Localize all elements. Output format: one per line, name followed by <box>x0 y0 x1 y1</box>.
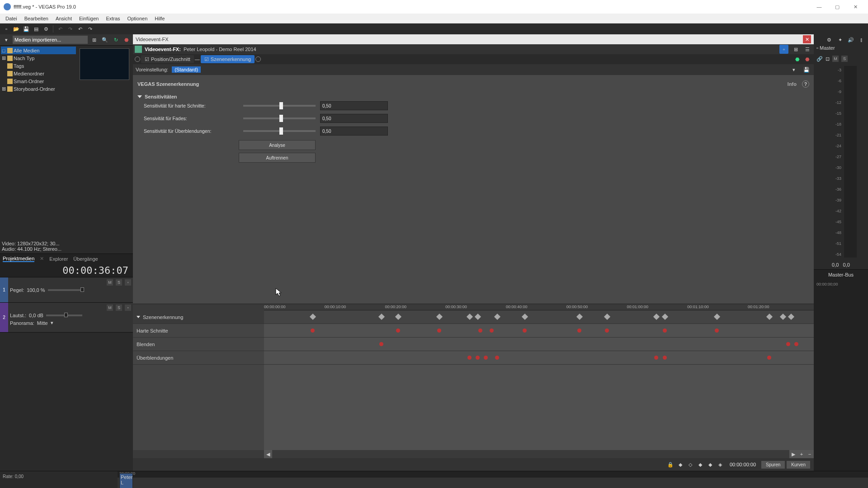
redo-icon[interactable]: ↷ <box>85 24 94 33</box>
tree-all-media[interactable]: □Alle Medien <box>1 47 76 54</box>
pan-dropdown-icon[interactable]: ▾ <box>51 320 53 326</box>
scene-row-all[interactable]: Szenenerkennung <box>133 310 264 324</box>
close-button[interactable]: ✕ <box>846 0 864 14</box>
tree-smart-folder[interactable]: Smart-Ordner <box>1 77 76 85</box>
view-toggle-icon[interactable]: ⊞ <box>90 35 99 44</box>
preset-value[interactable]: (Standard) <box>172 66 201 73</box>
fx-window-titlebar[interactable]: Videoevent-FX ✕ <box>133 34 814 44</box>
scene-markers-blend[interactable] <box>264 338 814 351</box>
split-button[interactable]: Auftrennen <box>239 153 316 163</box>
preset-dropdown-icon[interactable]: ▾ <box>789 65 798 74</box>
analyse-button[interactable]: Analyse <box>239 140 316 150</box>
scene-marker-diamond[interactable] <box>378 314 385 320</box>
refresh-icon[interactable]: ↻ <box>111 35 120 44</box>
chain-scene-detect[interactable]: ☑Szenenerkennung <box>201 55 255 63</box>
scene-marker-dot[interactable] <box>478 328 482 333</box>
fx-view-icon[interactable]: ⊞ <box>791 45 800 54</box>
open-icon[interactable]: 📂 <box>12 24 21 33</box>
track-1-level-slider[interactable] <box>48 289 84 291</box>
zoom-in-icon[interactable]: + <box>797 450 806 458</box>
scene-marker-diamond[interactable] <box>653 314 660 320</box>
render-icon[interactable]: ▤ <box>32 24 41 33</box>
master-sliders-icon[interactable]: ⫿ <box>857 35 866 44</box>
key-del-icon[interactable]: ◇ <box>686 460 694 469</box>
fx-bypass-icon[interactable]: ▫ <box>779 45 788 54</box>
scene-ruler[interactable]: 00:00:00:0000:00:10:0000:00:20:0000:00:3… <box>264 304 814 310</box>
scene-marker-dot[interactable] <box>495 356 499 360</box>
key-prev-icon[interactable]: ◆ <box>676 460 684 469</box>
kurven-button[interactable]: Kurven <box>787 461 810 469</box>
scene-row-dissolves[interactable]: Überblendungen <box>133 351 264 365</box>
scene-marker-dot[interactable] <box>476 356 480 360</box>
scene-marker-dot[interactable] <box>767 356 771 360</box>
scene-marker-diamond[interactable] <box>766 314 773 320</box>
track-2-solo[interactable]: S <box>116 305 122 311</box>
scene-marker-dot[interactable] <box>605 328 609 333</box>
lock-icon[interactable]: 🔒 <box>666 460 675 469</box>
timeline-tracks[interactable]: 00:00:00 Peter L Peter L <box>118 471 868 488</box>
scene-marker-dot[interactable] <box>437 328 441 333</box>
new-icon[interactable]: ▫ <box>2 24 11 33</box>
key-add-icon[interactable]: ◆ <box>696 460 704 469</box>
track-2-header[interactable]: 2 M S ▫ Lautst.: 0,0 dB Panorama: Mitte <box>0 303 133 333</box>
slider-fades[interactable] <box>243 117 316 119</box>
scene-marker-diamond[interactable] <box>604 314 610 320</box>
tag-icon[interactable]: ⬣ <box>122 35 131 44</box>
tree-media-folder[interactable]: Medienordner <box>1 70 76 77</box>
chain-position-crop[interactable]: ☑Position/Zuschnitt <box>141 55 194 63</box>
tab-explorer[interactable]: Explorer <box>49 256 68 262</box>
menu-insert[interactable]: Einfügen <box>75 15 102 22</box>
scene-scrollbar[interactable]: ◀ ▶ + − <box>133 450 814 458</box>
scene-marker-dot[interactable] <box>311 328 315 333</box>
timeline-ruler[interactable]: 00:00:00 <box>118 471 868 478</box>
scene-marker-diamond[interactable] <box>310 314 316 320</box>
tab-transitions[interactable]: Übergänge <box>73 256 98 262</box>
maximize-button[interactable]: ▢ <box>828 0 846 14</box>
save-icon[interactable]: 💾 <box>22 24 31 33</box>
scene-marker-diamond[interactable] <box>395 314 401 320</box>
master-link-icon[interactable]: 🔗 <box>816 56 823 62</box>
input-fades[interactable] <box>320 114 388 123</box>
menu-help[interactable]: Hilfe <box>151 15 168 22</box>
scene-marker-dot[interactable] <box>379 342 383 346</box>
help-icon[interactable]: ? <box>802 80 809 88</box>
scene-marker-dot[interactable] <box>484 356 488 360</box>
section-sensitivities[interactable]: Sensitivitäten <box>137 94 809 99</box>
info-link[interactable]: Info <box>788 81 797 87</box>
scroll-right-icon[interactable]: ▶ <box>789 450 797 458</box>
menu-view[interactable]: Ansicht <box>52 15 75 22</box>
track-2-fx[interactable]: ▫ <box>125 305 131 311</box>
scene-marker-dot[interactable] <box>396 328 400 333</box>
video-clip[interactable]: Peter L <box>119 473 133 488</box>
track-1-mute[interactable]: M <box>107 279 113 286</box>
scene-marker-dot[interactable] <box>663 356 667 360</box>
menu-file[interactable]: Datei <box>2 15 21 22</box>
menu-edit[interactable]: Bearbeiten <box>21 15 52 22</box>
input-dissolves[interactable] <box>320 127 388 136</box>
scene-marker-diamond[interactable] <box>494 314 500 320</box>
master-bus-tab[interactable]: Master-Bus <box>814 269 868 279</box>
slider-hard-cuts[interactable] <box>243 105 316 107</box>
scene-marker-dot[interactable] <box>654 356 658 360</box>
scene-marker-diamond[interactable] <box>780 314 786 320</box>
scene-markers-uber[interactable] <box>264 351 814 365</box>
fx-list-icon[interactable]: ☰ <box>803 45 812 54</box>
scene-marker-diamond[interactable] <box>436 314 443 320</box>
fx-small-icon[interactable]: ▫ <box>816 45 818 51</box>
tree-tags[interactable]: Tags <box>1 62 76 70</box>
scene-marker-diamond[interactable] <box>576 314 583 320</box>
tab-close-icon[interactable]: ✕ <box>40 256 44 262</box>
master-gear-icon[interactable]: ⚙ <box>825 35 834 44</box>
zoom-out-icon[interactable]: − <box>806 450 814 458</box>
scene-marker-dot[interactable] <box>715 328 719 333</box>
import-media-field[interactable] <box>13 36 88 44</box>
preset-save-icon[interactable]: 💾 <box>802 65 811 74</box>
media-thumbnail[interactable] <box>80 48 129 80</box>
scene-row-blends[interactable]: Blenden <box>133 338 264 351</box>
scene-marker-dot[interactable] <box>577 328 581 333</box>
minimize-button[interactable]: — <box>810 0 828 14</box>
scene-marker-dot[interactable] <box>663 328 667 333</box>
chain-end-icon[interactable] <box>255 56 261 62</box>
key-nav-icon[interactable]: ◈ <box>716 460 724 469</box>
scene-marker-dot[interactable] <box>467 356 472 360</box>
